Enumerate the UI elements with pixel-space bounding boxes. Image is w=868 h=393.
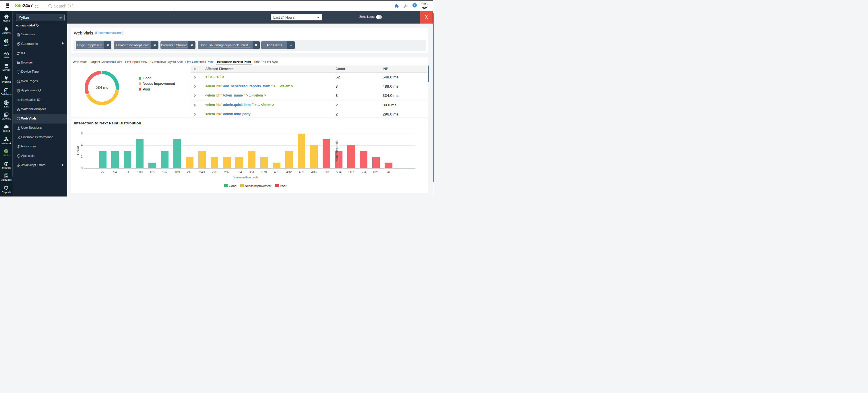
svg-text:SQL: SQL bbox=[5, 90, 8, 91]
